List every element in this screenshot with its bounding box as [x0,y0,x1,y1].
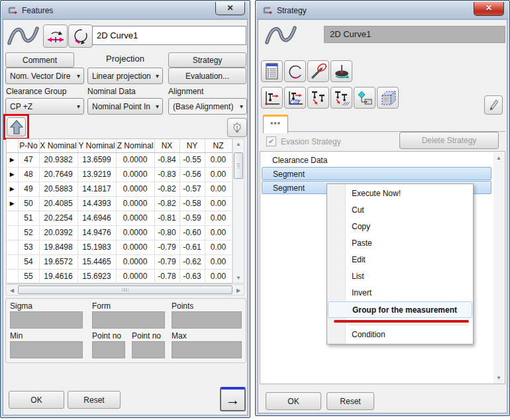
col-x-nominal[interactable]: X Nominal [39,139,77,152]
probe-axes-button[interactable] [261,87,283,109]
pencil-icon [487,99,499,112]
reset-button[interactable]: Reset [68,391,121,409]
form-label: Form [92,301,111,311]
rotary-table-icon [333,63,350,80]
scroll-right-icon[interactable]: ▶ [235,288,242,293]
vscroll-thumb[interactable] [234,152,243,179]
reverse-direction-button[interactable] [43,25,68,48]
table-row[interactable]: ▶ 48 20.7649 13.9219 0.0000 -0.83 -0.56 … [7,167,232,182]
scroll-up-icon[interactable]: ▲ [233,141,244,147]
alignment-label: Alignment [168,87,203,96]
clearance-cube-button[interactable] [377,87,399,109]
menu-item-cut[interactable]: Cut [328,202,472,219]
group-points-button[interactable] [354,87,376,109]
table-row[interactable]: ▶ 47 20.9382 13.6599 0.0000 -0.84 -0.55 … [7,152,232,167]
menu-item-list[interactable]: List [328,268,472,285]
col-z-nominal[interactable]: Z Nominal [116,139,154,152]
col-ny[interactable]: NY [179,139,205,152]
menu-item-execute-now[interactable]: Execute Now! [328,185,472,202]
list-vscrollbar[interactable]: ▲ ▼ [493,152,504,384]
strategy-window: Strategy ✕ 2D Curve1 [255,0,510,416]
max-label: Max [172,331,187,341]
point-list-button[interactable] [261,60,283,82]
delete-strategy-button[interactable]: Delete Strategy [399,132,499,149]
alignment-dropdown[interactable]: (Base Alignment) ▾ [168,98,247,115]
col-nz[interactable]: NZ [205,139,232,152]
scroll-down-icon[interactable]: ▼ [233,275,244,281]
comment-button[interactable]: Comment [5,52,74,68]
rotary-table-button[interactable] [331,60,352,82]
table-row[interactable]: ▶ 49 20.5883 14.1817 0.0000 -0.82 -0.57 … [7,182,232,196]
close-button[interactable]: ✕ [474,2,504,16]
projection-label: Projection [87,54,163,64]
table-row[interactable]: ▶ 50 20.4085 14.4393 0.0000 -0.82 -0.58 … [7,196,232,211]
menu-item-copy[interactable]: Copy [328,219,472,235]
nominal-vector-dropdown[interactable]: Nom. Vector Dire ▾ [5,68,84,84]
form-field [92,311,165,329]
table-row[interactable]: 54 19.6572 15.4465 0.0000 -0.79 -0.62 0.… [7,254,232,269]
stylus-path-icon [310,63,327,80]
probe-approach-button[interactable] [307,87,329,109]
stylus-path-button[interactable] [307,60,329,82]
svg-text:!: ! [236,125,238,131]
menu-item-group-for-measurement[interactable]: Group for the measurement [328,301,472,318]
clearance-group-dropdown[interactable]: CP +Z ▾ [5,98,84,115]
row-marker-icon: ▶ [7,182,18,196]
next-feature-button[interactable]: → [220,387,246,411]
list-item-clearance-data[interactable]: Clearance Data [262,154,491,167]
probe-axes-clearance-button[interactable] [284,87,306,109]
strategy-titlebar[interactable]: Strategy ✕ [256,1,509,19]
probe-retract-button[interactable] [331,87,352,109]
table-row[interactable]: 52 20.0392 14.9476 0.0000 -0.80 -0.60 0.… [7,225,232,240]
chevron-down-icon: ▾ [77,102,80,109]
clearance-group-label: Clearance Group [6,87,66,96]
chevron-down-icon: ▾ [156,102,159,109]
ok-button[interactable]: OK [9,391,64,409]
red-underline-annotation [334,320,469,323]
col-pno[interactable]: P-No [18,139,39,152]
projection-type-dropdown[interactable]: Linear projection ▾ [87,68,163,84]
ok-button[interactable]: OK [266,392,321,410]
strategy-button[interactable]: Strategy [168,52,246,68]
table-vscrollbar[interactable]: ▲ ▼ [232,138,244,284]
chevron-down-icon: ▾ [77,72,80,79]
nominal-data-dropdown[interactable]: Nominal Point In ▾ [87,98,163,115]
scroll-down-icon[interactable]: ▼ [493,375,504,381]
nominal-points-table: P-No X Nominal Y Nominal Z Nominal NX NY… [6,138,232,284]
list-item-segment[interactable]: Segment [262,167,491,180]
hint-button[interactable]: ! [227,118,247,137]
table-hscrollbar[interactable]: ◀ ▶ [6,284,244,295]
scroll-up-icon[interactable]: ▲ [493,155,504,161]
table-row[interactable]: 51 20.2254 14.6946 0.0000 -0.81 -0.59 0.… [7,211,232,225]
menu-item-invert[interactable]: Invert [328,285,472,301]
menu-item-edit[interactable]: Edit [328,252,472,268]
min-label: Min [10,331,23,341]
menu-item-condition[interactable]: Condition [328,327,472,343]
edit-button[interactable] [484,95,503,115]
circle-path-button[interactable] [284,60,306,82]
features-titlebar[interactable]: Features ✕ [1,1,249,19]
menu-separator [348,325,469,325]
closed-curve-button[interactable] [68,25,93,48]
hscroll-thumb[interactable] [18,286,232,294]
row-marker-icon: ▶ [7,167,18,182]
feature-name-input[interactable] [92,26,246,45]
row-marker-icon: ▶ [7,196,18,211]
evaluation-button[interactable]: Evaluation... [168,68,246,84]
close-button[interactable]: ✕ [215,2,245,15]
col-y-nominal[interactable]: Y Nominal [77,139,116,152]
scroll-left-icon[interactable]: ◀ [9,288,15,293]
evasion-strategy-checkbox[interactable]: ✔ [266,136,276,146]
table-row[interactable]: 55 19.4616 15.6923 0.0000 -0.78 -0.63 0.… [7,269,232,284]
reset-button[interactable]: Reset [327,392,374,410]
context-menu: Execute Now! Cut Copy Paste Edit List In… [327,184,474,344]
table-row[interactable]: 53 19.8498 15.1983 0.0000 -0.79 -0.61 0.… [7,240,232,254]
sigma-field [10,311,83,329]
menu-item-paste[interactable]: Paste [328,235,472,252]
point-no-label: Point no [132,331,161,341]
nominal-data-label: Nominal Data [87,87,136,96]
chevron-down-icon: ▾ [240,102,243,109]
col-nx[interactable]: NX [154,139,179,152]
tab-strategy-list[interactable]: *** [263,115,288,133]
features-window: Features ✕ Comment Projection Strategy N… [0,0,250,418]
